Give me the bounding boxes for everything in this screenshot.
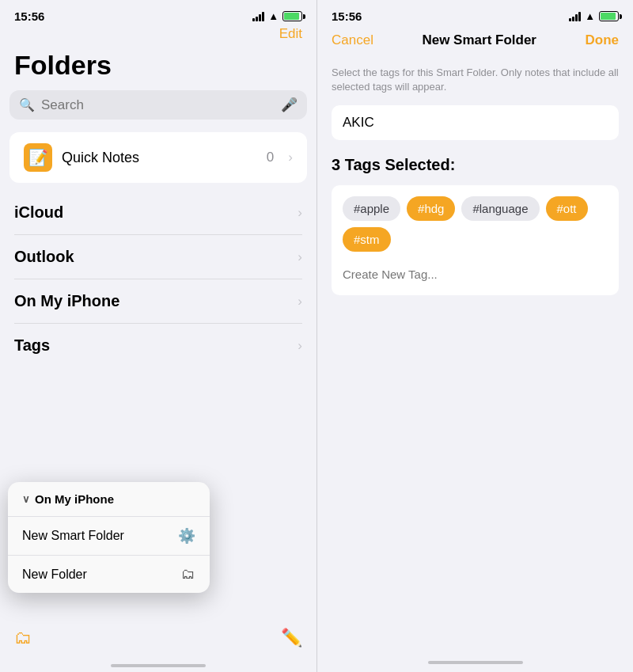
signal-icon [252,12,264,21]
new-folder-label: New Folder [22,568,87,582]
status-icons-right: ▲ [569,10,619,22]
tag-chip-apple[interactable]: #apple [343,196,400,221]
status-bar-left: 15:56 ▲ [0,0,316,26]
tags-label: Tags [14,336,298,355]
context-new-folder[interactable]: New Folder 🗂 [8,555,210,593]
quick-notes-count: 0 [267,150,274,165]
battery-icon-right [599,11,619,21]
cancel-button[interactable]: Cancel [332,32,373,48]
right-nav: Cancel New Smart Folder Done [317,26,633,56]
right-panel: 15:56 ▲ Cancel New Smart Folder Done Sel… [316,0,633,672]
tags-container: #apple #hdg #language #ott #stm [332,185,619,295]
icloud-label: iCloud [14,203,298,222]
context-menu: ∨ On My iPhone New Smart Folder ⚙️ New F… [8,482,210,593]
folder-item-oniphone[interactable]: On My iPhone › [0,279,316,323]
page-title: Folders [0,47,316,90]
bottom-bar-left: 🗂 ✏️ [0,620,316,664]
context-header-label: On My iPhone [35,492,114,506]
context-new-smart-folder[interactable]: New Smart Folder ⚙️ [8,517,210,555]
tag-chip-hdg[interactable]: #hdg [407,196,455,221]
wifi-icon: ▲ [268,10,279,22]
compose-icon[interactable]: ✏️ [281,628,302,648]
quick-notes-icon: 📝 [24,143,52,172]
time-left: 15:56 [14,9,44,23]
oniphone-chevron: › [298,294,302,309]
icloud-chevron: › [298,205,302,221]
new-smart-folder-label: New Smart Folder [22,529,124,543]
tag-chip-language[interactable]: #language [461,196,539,221]
battery-icon [282,11,302,21]
status-bar-right: 15:56 ▲ [317,0,633,26]
search-bar: 🔍 🎤 [9,90,307,120]
gear-icon: ⚙️ [178,527,195,545]
tag-chip-ott[interactable]: #ott [546,196,588,221]
tags-selected-header: 3 Tags Selected: [332,156,619,174]
tags-chevron: › [298,338,302,354]
search-input[interactable] [41,97,275,113]
quick-notes-chevron: › [288,150,293,165]
chevron-down-icon: ∨ [22,493,30,505]
status-icons-left: ▲ [252,10,302,22]
signal-icon-right [569,12,581,21]
context-menu-header: ∨ On My iPhone [8,482,210,517]
mic-icon[interactable]: 🎤 [281,97,298,113]
wifi-icon-right: ▲ [585,10,595,22]
description-text: Select the tags for this Smart Folder. O… [332,66,619,94]
edit-button[interactable]: Edit [279,26,302,42]
folder-icon: 🗂 [181,566,195,583]
create-tag-input[interactable] [343,264,608,284]
search-icon: 🔍 [19,97,35,112]
tag-chip-stm[interactable]: #stm [343,227,391,252]
folder-item-icloud[interactable]: iCloud › [0,191,316,234]
oniphone-label: On My iPhone [14,292,298,310]
done-button[interactable]: Done [586,32,620,48]
left-panel: 15:56 ▲ Edit Folders 🔍 🎤 📝 Quick Notes 0… [0,0,316,672]
time-right: 15:56 [332,9,362,23]
top-bar-left: Edit [0,26,316,47]
divider-3 [14,323,302,324]
folder-item-outlook[interactable]: Outlook › [0,235,316,279]
right-content: Select the tags for this Smart Folder. O… [317,56,633,655]
outlook-chevron: › [298,249,302,265]
nav-title: New Smart Folder [422,32,536,48]
folder-item-tags[interactable]: Tags › [0,324,316,367]
divider-2 [14,279,302,279]
home-indicator-right [428,661,523,664]
home-indicator-left [111,664,206,667]
folder-name-display[interactable]: AKIC [332,105,619,140]
outlook-label: Outlook [14,248,298,266]
quick-notes-item[interactable]: 📝 Quick Notes 0 › [9,132,307,183]
divider-1 [14,234,302,235]
quick-notes-label: Quick Notes [62,150,257,166]
new-folder-bottom-icon[interactable]: 🗂 [14,628,32,648]
